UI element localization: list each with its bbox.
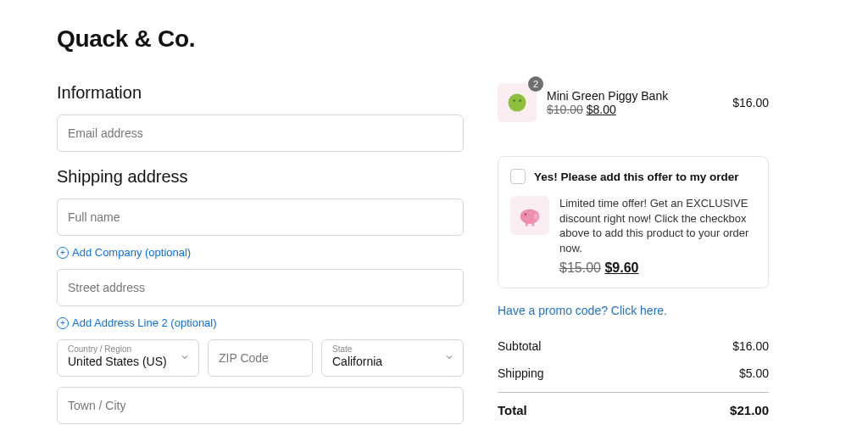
offer-sale-price: $9.60 xyxy=(604,260,638,275)
offer-description: Limited time offer! Get an EXCLUSIVE dis… xyxy=(559,196,756,255)
subtotal-row: Subtotal $16.00 xyxy=(498,333,769,360)
svg-rect-6 xyxy=(526,223,528,226)
shipping-heading: Shipping address xyxy=(57,167,464,187)
quantity-badge: 2 xyxy=(528,76,543,92)
email-field[interactable] xyxy=(57,115,464,152)
fullname-field[interactable] xyxy=(57,199,464,236)
town-field[interactable] xyxy=(57,387,464,424)
product-thumbnail: 2 xyxy=(498,83,537,122)
shipping-value: $5.00 xyxy=(739,366,769,380)
chevron-down-icon xyxy=(180,351,190,365)
zip-field[interactable] xyxy=(208,339,313,377)
offer-original-price: $15.00 xyxy=(559,260,601,275)
shipping-label: Shipping xyxy=(498,366,544,380)
country-value: United States (US) xyxy=(68,355,167,368)
add-line2-link[interactable]: + Add Address Line 2 (optional) xyxy=(57,316,464,329)
promo-code-link[interactable]: Have a promo code? Click here. xyxy=(498,304,769,317)
svg-point-0 xyxy=(509,94,526,112)
state-label: State xyxy=(332,345,437,354)
state-select[interactable]: State California xyxy=(321,339,464,377)
information-heading: Information xyxy=(57,83,464,103)
offer-checkbox[interactable] xyxy=(510,169,526,184)
add-company-label: Add Company (optional) xyxy=(72,246,191,259)
state-value: California xyxy=(332,355,382,368)
offer-checkbox-label: Yes! Please add this offer to my order xyxy=(534,171,739,183)
plus-icon: + xyxy=(57,247,69,259)
original-price: $10.00 xyxy=(547,103,583,116)
svg-point-5 xyxy=(534,214,539,220)
svg-point-1 xyxy=(513,99,515,102)
product-name: Mini Green Piggy Bank xyxy=(547,89,722,103)
piggy-bank-icon xyxy=(505,91,529,115)
add-line2-label: Add Address Line 2 (optional) xyxy=(72,316,217,329)
shipping-row: Shipping $5.00 xyxy=(498,360,769,387)
street-field[interactable] xyxy=(57,269,464,306)
total-value: $21.00 xyxy=(730,403,769,417)
svg-point-2 xyxy=(519,99,521,102)
cart-item: 2 Mini Green Piggy Bank $10.00 $8.00 $16… xyxy=(498,83,769,122)
svg-rect-7 xyxy=(532,223,535,226)
brand-title: Quack & Co. xyxy=(57,25,464,53)
sale-price: $8.00 xyxy=(587,103,616,116)
offer-box: Yes! Please add this offer to my order L… xyxy=(498,156,769,288)
country-label: Country / Region xyxy=(68,345,173,354)
plus-icon: + xyxy=(57,317,69,329)
total-row: Total $21.00 xyxy=(498,393,769,424)
offer-thumbnail xyxy=(510,196,549,235)
country-select[interactable]: Country / Region United States (US) xyxy=(57,339,199,377)
total-label: Total xyxy=(498,403,527,417)
subtotal-label: Subtotal xyxy=(498,339,541,353)
piggy-bank-icon xyxy=(517,203,542,228)
svg-point-4 xyxy=(525,214,527,216)
chevron-down-icon xyxy=(444,351,454,365)
add-company-link[interactable]: + Add Company (optional) xyxy=(57,246,464,259)
subtotal-value: $16.00 xyxy=(732,339,769,353)
line-total: $16.00 xyxy=(732,96,769,109)
